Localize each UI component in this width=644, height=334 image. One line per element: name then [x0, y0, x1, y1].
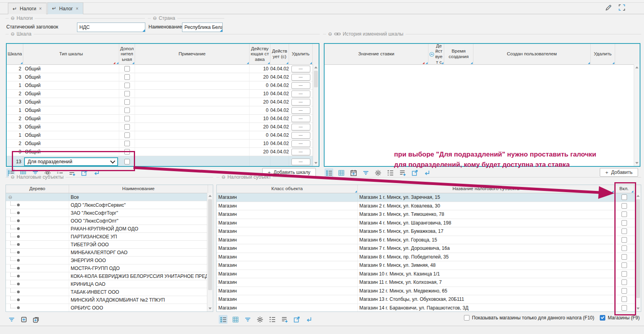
- expand-node-icon[interactable]: [19, 315, 28, 324]
- delete-row-button[interactable]: —: [291, 140, 310, 147]
- collapse-icon[interactable]: ⊖: [328, 31, 332, 37]
- tax-subjects-row[interactable]: ООО "ЛюксСофтОпт": [6, 217, 213, 225]
- show-shops-only-checkbox[interactable]: [464, 315, 469, 321]
- tax-subject-row[interactable]: МагазинМагазин 13 г. Столбцы, ул. Обухов…: [217, 295, 641, 304]
- pencil-icon[interactable]: [605, 4, 612, 11]
- filter-icon[interactable]: [7, 315, 16, 324]
- open-external-icon[interactable]: [292, 315, 301, 324]
- numbered-list-icon[interactable]: [386, 168, 394, 177]
- tax-subjects-row[interactable]: КОКА-КОЛА БЕВРИДЖИЗ БЕЛОРУССИЯ УНИТАРНОЕ…: [6, 272, 213, 280]
- tax-subject-row[interactable]: МагазинМагазин 2 г. Минск, ул. Ковалева,…: [217, 202, 641, 211]
- tax-subjects-row[interactable]: ОДО "ЛюксСофтСервис": [6, 201, 213, 209]
- delete-row-button[interactable]: —: [291, 115, 310, 122]
- tax-subjects-row[interactable]: ТАБАК-ИНВЕСТ ООО: [6, 288, 213, 296]
- column-header-note[interactable]: Примечание: [135, 44, 250, 64]
- column-header-type[interactable]: Тип шкалы: [23, 44, 119, 64]
- numbered-list-icon[interactable]: [268, 315, 276, 324]
- tax-subject-row[interactable]: МагазинМагазин 11 г. Минск, ул. Колхозна…: [217, 278, 641, 287]
- collapse-icon[interactable]: ⊖: [11, 31, 15, 37]
- delete-row-button[interactable]: —: [291, 91, 310, 97]
- scale-table-row[interactable]: 1Общий004.04.02—: [7, 81, 319, 90]
- tax-subjects-row[interactable]: ОРБИУС ООО: [6, 304, 213, 312]
- column-header-from[interactable]: Действует (с): [270, 44, 289, 64]
- tax-subjects-row[interactable]: ТИБЕТРЭЙ ООО: [6, 241, 213, 249]
- view-list-icon[interactable]: [325, 168, 333, 177]
- tax-subjects-row[interactable]: МОСТРА-ГРУПП ОДО: [6, 264, 213, 272]
- scale-table-row[interactable]: 1Общий004.04.02—: [7, 106, 319, 115]
- delete-row-button[interactable]: —: [291, 124, 310, 130]
- extra-checkbox[interactable]: [124, 124, 130, 130]
- tax-subject-row[interactable]: МагазинМагазин 9 г. Минск, ул. Зимняя, 4…: [217, 261, 641, 270]
- column-header-created[interactable]: Время создания: [444, 44, 473, 64]
- extra-checkbox[interactable]: [124, 91, 130, 96]
- view-grid-icon[interactable]: [337, 168, 345, 177]
- tax-subject-row[interactable]: МагазинМагазин 3 г. Минск, ул. Тимошенко…: [217, 210, 641, 219]
- close-icon[interactable]: ×: [76, 6, 79, 11]
- column-header-delete[interactable]: Удалить: [591, 44, 615, 64]
- column-header-tree[interactable]: Дерево: [6, 185, 69, 193]
- tree-root-row[interactable]: ⊖ Все: [6, 193, 213, 201]
- column-header-rate[interactable]: Действующая ставка: [250, 44, 270, 64]
- tax-subject-row[interactable]: МагазинМагазин 12 г. Минск, ул. Медвежин…: [217, 287, 641, 296]
- gear-icon[interactable]: [255, 315, 264, 324]
- tax-subjects-row[interactable]: ЭНЕРГИЯ ООО: [6, 257, 213, 264]
- country-name-input[interactable]: Республика Белар: [182, 23, 223, 32]
- close-icon[interactable]: ×: [39, 6, 42, 11]
- delete-row-button[interactable]: —: [291, 159, 310, 165]
- collapse-icon[interactable]: ⊖: [153, 15, 157, 21]
- delete-row-button[interactable]: —: [291, 66, 310, 72]
- collapse-icon[interactable]: ⊖: [222, 174, 225, 180]
- tax-subject-row[interactable]: МагазинМагазин 14 г. Барановичи, ул. Пар…: [217, 304, 641, 312]
- column-header-rate-value[interactable]: Значение ставки: [325, 44, 428, 64]
- column-header-class[interactable]: Класс объекта: [217, 185, 358, 193]
- delete-row-button[interactable]: —: [291, 99, 310, 106]
- column-header-subject-name[interactable]: Название налогового субъекта: [358, 185, 614, 193]
- tax-subjects-row[interactable]: ЗАО "ЛюксСофтТорг": [6, 209, 213, 217]
- refresh-icon[interactable]: [304, 315, 313, 324]
- view-grid-icon[interactable]: [231, 315, 240, 324]
- expand-all-icon[interactable]: [32, 315, 40, 324]
- expand-icon[interactable]: [618, 4, 626, 11]
- scale-table-row[interactable]: 3Общий2004.04.02—: [7, 123, 319, 131]
- tax-subjects-row[interactable]: КРИНИЦА ОАО: [6, 280, 213, 288]
- add-to-list-icon[interactable]: [280, 315, 289, 324]
- tab-nalogi[interactable]: ↵ Налоги ×: [8, 3, 47, 14]
- scale-table-row[interactable]: 3Общий2004.04.02—: [7, 73, 319, 81]
- column-header-author[interactable]: Создан пользователем: [473, 44, 591, 64]
- scale-table-row[interactable]: 2Общий1004.04.02—: [7, 65, 319, 73]
- shops-checkbox[interactable]: [600, 315, 605, 321]
- extra-checkbox[interactable]: [124, 99, 130, 105]
- filter-icon[interactable]: [243, 315, 252, 324]
- scale-table-row[interactable]: 2Общий1004.04.02—: [7, 140, 319, 148]
- extra-checkbox[interactable]: [124, 74, 130, 80]
- tax-subject-row[interactable]: МагазинМагазин 8 г. Минск, пр. Победител…: [217, 253, 641, 262]
- column-header-extra[interactable]: Дополнительная: [119, 44, 135, 64]
- collapse-icon[interactable]: ⊖: [11, 174, 15, 180]
- tax-subjects-row[interactable]: МИНСКИЙ ХЛАДОКОМБИНАТ №2 ТПКУП: [6, 296, 213, 304]
- extra-checkbox[interactable]: [124, 66, 130, 72]
- column-header-delete[interactable]: Удалить: [289, 44, 313, 64]
- column-header-name[interactable]: Наименование: [69, 185, 208, 193]
- tax-subject-row[interactable]: МагазинМагазин 4 г. Минск, ул. Шарангови…: [217, 219, 641, 228]
- static-title-input[interactable]: НДС: [77, 23, 145, 32]
- vertical-scrollbar[interactable]: [207, 193, 213, 311]
- tab-nalog[interactable]: ↵ Налог ×: [47, 2, 83, 14]
- delete-row-button[interactable]: —: [291, 107, 310, 114]
- sort-ascending-icon[interactable]: [429, 52, 434, 57]
- tax-subject-row[interactable]: МагазинМагазин 10 г. Минск, ул. Казинца …: [217, 270, 641, 279]
- tax-subjects-row[interactable]: МИНБАКАЛЕЯТОРГ ОАО: [6, 249, 213, 257]
- vertical-scrollbar[interactable]: [634, 64, 640, 166]
- calendar-icon[interactable]: [349, 168, 358, 177]
- filter-icon[interactable]: [361, 168, 370, 177]
- delete-row-button[interactable]: —: [291, 132, 310, 139]
- tax-subject-row[interactable]: МагазинМагазин 5 г. Минск, ул. Бумажкова…: [217, 227, 641, 236]
- scale-table-row[interactable]: 2Общий1004.04.02—: [7, 115, 319, 123]
- tax-subjects-row[interactable]: РАКАН-КРУПЯНОЙ ДОМ ОДО: [6, 225, 213, 233]
- extra-checkbox[interactable]: [124, 141, 130, 146]
- view-list-icon[interactable]: [219, 315, 227, 324]
- extra-checkbox[interactable]: [124, 132, 130, 138]
- add-history-button[interactable]: + Добавить: [600, 168, 638, 177]
- column-header-num[interactable]: Шкала: [7, 44, 23, 64]
- delete-row-button[interactable]: —: [291, 82, 310, 89]
- column-header-valid-from[interactable]: Действует с: [428, 44, 444, 64]
